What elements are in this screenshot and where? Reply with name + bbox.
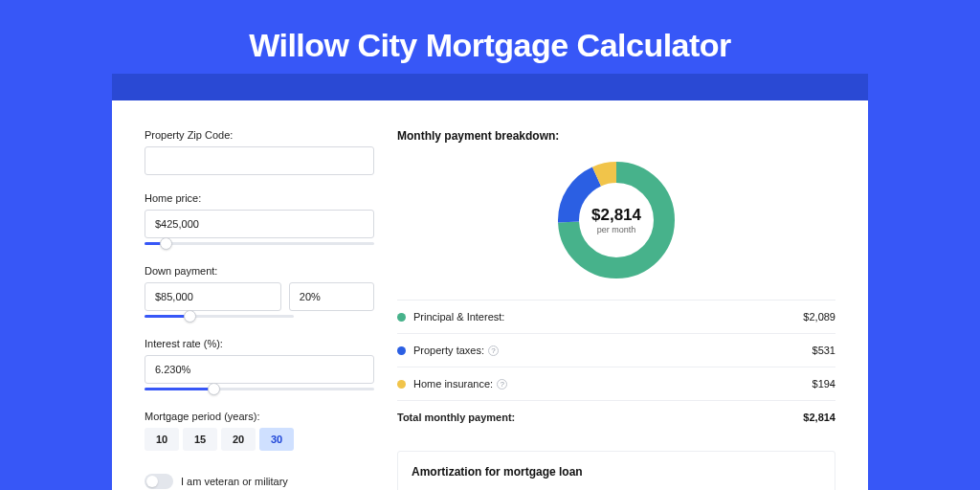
veteran-label: I am veteran or military: [181, 476, 288, 487]
period-btn-15[interactable]: 15: [183, 428, 217, 451]
page-title: Willow City Mortgage Calculator: [0, 27, 980, 64]
donut-chart: $2,814 per month: [397, 152, 835, 300]
total-value: $2,814: [803, 412, 835, 423]
down-payment-input[interactable]: [145, 282, 281, 311]
hero-band: [112, 74, 868, 100]
interest-slider[interactable]: [145, 386, 374, 393]
home-price-input[interactable]: [145, 210, 374, 238]
down-payment-pct-input[interactable]: [289, 282, 374, 311]
legend-label: Property taxes:: [413, 345, 484, 356]
interest-label: Interest rate (%):: [145, 338, 374, 349]
zip-label: Property Zip Code:: [145, 129, 374, 141]
donut-amount: $2,814: [591, 206, 641, 225]
zip-group: Property Zip Code:: [145, 129, 374, 175]
legend-label: Home insurance:: [413, 378, 493, 390]
period-btn-30[interactable]: 30: [259, 428, 294, 451]
legend-value: $531: [813, 345, 835, 356]
down-payment-slider[interactable]: [145, 313, 294, 321]
dot-icon: [397, 380, 406, 389]
inputs-panel: Property Zip Code: Home price: Down paym…: [145, 129, 374, 490]
total-label: Total monthly payment:: [397, 412, 515, 423]
period-buttons: 10 15 20 30: [145, 428, 374, 451]
interest-group: Interest rate (%):: [145, 338, 374, 393]
down-payment-label: Down payment:: [145, 265, 374, 277]
amortization-section: Amortization for mortgage loan Amortizat…: [397, 451, 835, 490]
home-price-group: Home price:: [145, 192, 374, 248]
calculator-card: Property Zip Code: Home price: Down paym…: [112, 100, 868, 490]
legend-value: $2,089: [803, 311, 835, 323]
legend-label: Principal & Interest:: [413, 311, 504, 323]
period-btn-20[interactable]: 20: [221, 428, 256, 451]
breakdown-panel: Monthly payment breakdown: $2,814 per mo…: [397, 129, 835, 490]
home-price-label: Home price:: [145, 192, 374, 204]
info-icon[interactable]: ?: [497, 379, 507, 390]
hero: Willow City Mortgage Calculator: [0, 0, 980, 74]
info-icon[interactable]: ?: [488, 345, 499, 356]
slider-thumb[interactable]: [208, 383, 220, 395]
veteran-row: I am veteran or military: [145, 474, 374, 489]
donut-sub: per month: [597, 225, 636, 234]
period-label: Mortgage period (years):: [145, 411, 374, 422]
period-group: Mortgage period (years): 10 15 20 30: [145, 411, 374, 451]
legend: Principal & Interest: $2,089 Property ta…: [397, 300, 835, 434]
toggle-knob: [146, 476, 158, 487]
legend-row-principal: Principal & Interest: $2,089: [397, 301, 835, 334]
veteran-toggle[interactable]: [145, 474, 173, 489]
legend-row-total: Total monthly payment: $2,814: [397, 401, 835, 434]
interest-input[interactable]: [145, 355, 374, 384]
dot-icon: [397, 313, 406, 322]
legend-value: $194: [813, 378, 835, 390]
amort-title: Amortization for mortgage loan: [412, 465, 821, 479]
home-price-slider[interactable]: [145, 240, 374, 248]
slider-thumb[interactable]: [184, 310, 196, 323]
dot-icon: [397, 346, 406, 355]
donut-center: $2,814 per month: [554, 158, 679, 282]
legend-row-taxes: Property taxes: ? $531: [397, 334, 835, 368]
zip-input[interactable]: [145, 146, 374, 175]
down-payment-group: Down payment:: [145, 265, 374, 321]
breakdown-title: Monthly payment breakdown:: [397, 129, 835, 143]
period-btn-10[interactable]: 10: [145, 428, 179, 451]
legend-row-insurance: Home insurance: ? $194: [397, 368, 835, 401]
slider-thumb[interactable]: [160, 237, 172, 250]
